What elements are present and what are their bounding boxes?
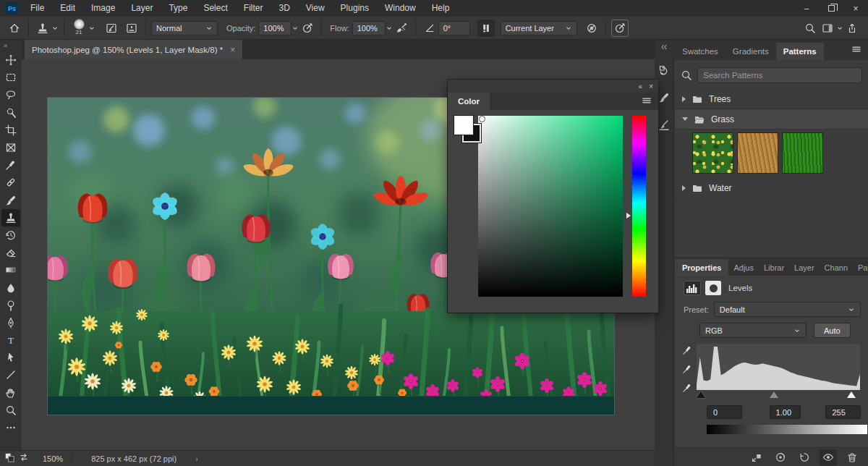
brush-settings-panel-icon[interactable] xyxy=(103,20,120,37)
minimize-button[interactable]: – xyxy=(794,0,819,17)
tool-preset-chevron-icon[interactable] xyxy=(51,25,59,32)
gamma-input-slider[interactable] xyxy=(770,391,778,398)
close-button[interactable]: × xyxy=(843,0,868,17)
tool-type[interactable]: T xyxy=(1,331,20,349)
tool-eraser[interactable] xyxy=(1,244,20,261)
menu-window[interactable]: Window xyxy=(377,0,424,17)
tab-adjus[interactable]: Adjus xyxy=(728,259,759,276)
flow-input[interactable]: 100% xyxy=(352,21,386,35)
tab-chann[interactable]: Chann xyxy=(820,259,853,276)
tool-blur[interactable] xyxy=(1,279,20,296)
white-point-eyedropper-icon[interactable] xyxy=(682,383,692,395)
opacity-chevron-icon[interactable] xyxy=(292,25,299,32)
preset-select[interactable]: Default xyxy=(714,302,861,317)
tab-swatches[interactable]: Swatches xyxy=(675,43,726,60)
menu-help[interactable]: Help xyxy=(424,0,458,17)
tool-pen[interactable] xyxy=(1,314,20,331)
menu-image[interactable]: Image xyxy=(83,0,123,17)
black-input-value[interactable]: 0 xyxy=(707,405,742,419)
share-icon[interactable] xyxy=(843,20,861,37)
search-icon[interactable] xyxy=(801,20,819,37)
chevron-right-icon[interactable] xyxy=(682,185,686,191)
menu-view[interactable]: View xyxy=(298,0,333,17)
pressure-size-icon[interactable] xyxy=(611,20,629,37)
home-icon[interactable] xyxy=(6,20,23,37)
patterns-panel-menu-icon[interactable] xyxy=(851,43,862,57)
tool-brush[interactable] xyxy=(1,192,20,209)
status-options-chevron-icon[interactable]: › xyxy=(195,454,198,463)
clip-to-layer-icon[interactable] xyxy=(748,449,765,465)
tool-eyedropper[interactable] xyxy=(1,156,20,174)
pattern-group-grass[interactable]: Grass xyxy=(675,109,868,130)
saturation-brightness-field[interactable] xyxy=(478,116,623,297)
levels-adjustment-icon[interactable] xyxy=(684,281,701,295)
sample-select[interactable]: Current Layer xyxy=(501,21,577,35)
tab-paths[interactable]: Paths xyxy=(853,259,868,276)
tool-rectangular-marquee[interactable] xyxy=(1,69,20,86)
gamma-input-value[interactable]: 1.00 xyxy=(770,405,801,419)
tool-dodge[interactable] xyxy=(1,297,20,314)
aligned-toggle-icon[interactable] xyxy=(477,20,495,37)
hue-slider-arrow[interactable] xyxy=(626,213,631,219)
pattern-group-water[interactable]: Water xyxy=(675,178,868,198)
menu-select[interactable]: Select xyxy=(195,0,235,17)
tool-quick-selection[interactable] xyxy=(1,104,20,122)
menu-plugins[interactable]: Plugins xyxy=(333,0,377,17)
tool-frame[interactable] xyxy=(1,139,20,156)
black-input-slider[interactable] xyxy=(697,391,705,398)
black-point-eyedropper-icon[interactable] xyxy=(682,345,692,357)
swap-colors-icon[interactable] xyxy=(18,452,30,465)
angle-input[interactable]: 0° xyxy=(438,21,470,35)
pattern-thumbnail-grass-with-flowers[interactable] xyxy=(692,132,733,174)
menu-file[interactable]: File xyxy=(22,0,52,17)
tool-preset-stamp-icon[interactable] xyxy=(34,20,51,37)
opacity-input[interactable]: 100% xyxy=(258,21,292,35)
workspace-icon[interactable] xyxy=(819,20,836,37)
previous-state-icon[interactable] xyxy=(772,449,789,465)
color-picker-ring[interactable] xyxy=(479,116,485,122)
tool-history-brush[interactable] xyxy=(1,226,20,244)
menu-filter[interactable]: Filter xyxy=(236,0,271,17)
tool-clone-stamp[interactable] xyxy=(1,209,20,226)
pattern-thumbnail-green-grass[interactable] xyxy=(782,132,823,174)
tool-spot-healing-brush[interactable] xyxy=(1,174,20,191)
clone-source-panel-icon[interactable] xyxy=(123,20,140,37)
reset-adjustment-icon[interactable] xyxy=(796,449,813,465)
ignore-adjustment-layers-icon[interactable] xyxy=(583,20,600,37)
document-tab[interactable]: Photoshop.jpeg @ 150% (Levels 1, Layer M… xyxy=(25,40,242,59)
close-panel-icon[interactable]: × xyxy=(649,82,652,90)
tool-crop[interactable] xyxy=(1,122,20,139)
output-levels-gradient[interactable] xyxy=(707,425,867,434)
tab-color[interactable]: Color xyxy=(448,93,490,110)
channel-select[interactable]: RGB xyxy=(699,323,807,338)
restore-button[interactable] xyxy=(819,0,843,17)
menu-type[interactable]: Type xyxy=(161,0,195,17)
mini-color-swatches-icon[interactable] xyxy=(4,452,15,465)
tool-edit-toolbar[interactable] xyxy=(1,419,20,436)
tab-properties[interactable]: Properties xyxy=(675,259,728,276)
menu-layer[interactable]: Layer xyxy=(123,0,161,17)
tool-gradient[interactable] xyxy=(1,261,20,279)
blend-mode-select[interactable]: Normal xyxy=(151,21,218,35)
menu-3d[interactable]: 3D xyxy=(271,0,297,17)
foreground-color-swatch[interactable] xyxy=(454,116,473,135)
tool-lasso[interactable] xyxy=(1,86,20,103)
brush-picker-chevron-icon[interactable] xyxy=(88,25,95,32)
pattern-thumbnail-dry-grass[interactable] xyxy=(737,132,778,174)
toolbar-collapse-icon[interactable]: » xyxy=(0,40,22,51)
tool-zoom[interactable] xyxy=(1,402,20,419)
delete-adjustment-icon[interactable] xyxy=(843,449,861,465)
white-input-value[interactable]: 255 xyxy=(825,405,861,419)
expand-dock-icon[interactable] xyxy=(660,43,668,51)
tab-patterns[interactable]: Patterns xyxy=(776,43,824,60)
workspace-chevron-icon[interactable] xyxy=(836,25,843,32)
menu-edit[interactable]: Edit xyxy=(52,0,83,17)
pattern-group-trees[interactable]: Trees xyxy=(675,89,868,109)
document-tab-close-icon[interactable]: × xyxy=(230,45,235,55)
tool-hand[interactable] xyxy=(1,384,20,402)
layer-mask-icon[interactable] xyxy=(705,281,721,295)
airbrush-icon[interactable] xyxy=(393,20,410,37)
search-patterns-input[interactable] xyxy=(697,67,862,83)
tool-move[interactable] xyxy=(1,51,20,69)
auto-button[interactable]: Auto xyxy=(814,323,851,338)
